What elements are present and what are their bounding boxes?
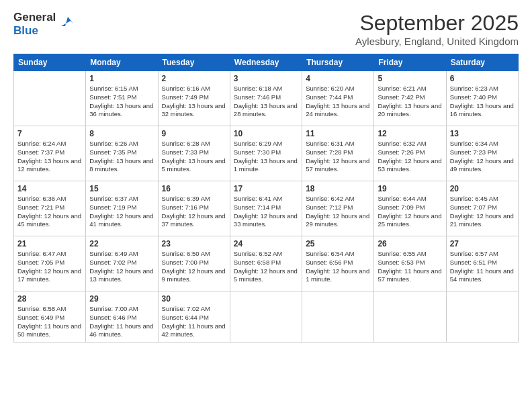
sunrise-text: Sunrise: 6:41 AM [234,195,282,202]
day-info: Sunrise: 6:58 AMSunset: 6:49 PMDaylight:… [17,305,82,339]
sunset-text: Sunset: 7:44 PM [306,93,353,101]
day-number: 21 [17,239,82,248]
sunrise-text: Sunrise: 6:26 AM [89,140,138,147]
daylight-text: Daylight: 13 hours and 16 minutes. [450,102,514,118]
calendar-cell: 14Sunrise: 6:36 AMSunset: 7:21 PMDayligh… [14,181,86,236]
daylight-text: Daylight: 12 hours and 29 minutes. [306,212,369,228]
sunset-text: Sunset: 6:53 PM [378,259,425,266]
day-info: Sunrise: 6:37 AMSunset: 7:19 PMDaylight:… [89,195,154,229]
day-info: Sunrise: 6:49 AMSunset: 7:02 PMDaylight:… [89,250,154,284]
day-info: Sunrise: 6:54 AMSunset: 6:56 PMDaylight:… [306,250,370,284]
day-info: Sunrise: 6:29 AMSunset: 7:30 PMDaylight:… [234,140,298,174]
calendar-cell: 18Sunrise: 6:42 AMSunset: 7:12 PMDayligh… [302,181,374,236]
sunrise-text: Sunrise: 6:31 AM [306,140,354,147]
day-number: 2 [162,74,226,83]
day-info: Sunrise: 6:18 AMSunset: 7:46 PMDaylight:… [234,85,298,119]
daylight-text: Daylight: 12 hours and 57 minutes. [306,157,369,173]
sunrise-text: Sunrise: 6:21 AM [378,85,426,92]
sunset-text: Sunset: 7:21 PM [17,203,64,211]
daylight-text: Daylight: 12 hours and 45 minutes. [17,212,81,228]
calendar-cell: 29Sunrise: 7:00 AMSunset: 6:46 PMDayligh… [86,291,158,342]
calendar-cell: 17Sunrise: 6:41 AMSunset: 7:14 PMDayligh… [230,181,302,236]
calendar-week-3: 14Sunrise: 6:36 AMSunset: 7:21 PMDayligh… [14,181,519,236]
day-number: 18 [306,184,370,193]
sunset-text: Sunset: 6:58 PM [234,259,281,266]
day-info: Sunrise: 6:50 AMSunset: 7:00 PMDaylight:… [162,250,226,284]
sunset-text: Sunset: 7:23 PM [450,148,497,156]
daylight-text: Daylight: 12 hours and 9 minutes. [162,267,226,283]
day-info: Sunrise: 6:32 AMSunset: 7:26 PMDaylight:… [378,140,442,174]
calendar-cell: 10Sunrise: 6:29 AMSunset: 7:30 PMDayligh… [230,126,302,181]
day-info: Sunrise: 6:52 AMSunset: 6:58 PMDaylight:… [234,250,298,284]
calendar-cell: 16Sunrise: 6:39 AMSunset: 7:16 PMDayligh… [158,181,230,236]
sunset-text: Sunset: 7:37 PM [17,148,64,156]
day-number: 24 [234,239,298,248]
sunset-text: Sunset: 7:30 PM [234,148,281,156]
day-number: 30 [162,294,226,304]
sunrise-text: Sunrise: 6:49 AM [89,250,138,257]
calendar-cell: 9Sunrise: 6:28 AMSunset: 7:33 PMDaylight… [158,126,230,181]
daylight-text: Daylight: 12 hours and 33 minutes. [234,212,298,228]
calendar-cell: 11Sunrise: 6:31 AMSunset: 7:28 PMDayligh… [302,126,374,181]
col-saturday: Saturday [446,54,518,71]
sunrise-text: Sunrise: 6:18 AM [234,85,282,92]
calendar-table: Sunday Monday Tuesday Wednesday Thursday… [13,54,519,342]
daylight-text: Daylight: 11 hours and 46 minutes. [89,322,153,338]
sunset-text: Sunset: 7:42 PM [378,93,425,101]
day-number: 25 [306,239,370,248]
day-number: 9 [162,129,226,138]
day-info: Sunrise: 6:23 AMSunset: 7:40 PMDaylight:… [450,85,515,119]
sunrise-text: Sunrise: 6:47 AM [17,250,66,257]
sunset-text: Sunset: 7:49 PM [162,93,209,101]
day-number: 29 [89,294,154,304]
calendar-cell: 22Sunrise: 6:49 AMSunset: 7:02 PMDayligh… [86,236,158,291]
sunset-text: Sunset: 6:49 PM [17,314,64,321]
daylight-text: Daylight: 12 hours and 21 minutes. [450,212,514,228]
col-tuesday: Tuesday [158,54,230,71]
logo-icon [58,14,73,29]
calendar-cell: 3Sunrise: 6:18 AMSunset: 7:46 PMDaylight… [230,71,302,126]
sunset-text: Sunset: 7:35 PM [89,148,136,156]
calendar-week-4: 21Sunrise: 6:47 AMSunset: 7:05 PMDayligh… [14,236,519,291]
calendar-cell: 25Sunrise: 6:54 AMSunset: 6:56 PMDayligh… [302,236,374,291]
day-info: Sunrise: 6:34 AMSunset: 7:23 PMDaylight:… [450,140,515,174]
sunset-text: Sunset: 7:19 PM [89,203,136,211]
day-info: Sunrise: 6:39 AMSunset: 7:16 PMDaylight:… [162,195,226,229]
calendar-cell [446,291,518,342]
col-monday: Monday [86,54,158,71]
col-sunday: Sunday [14,54,86,71]
daylight-text: Daylight: 12 hours and 37 minutes. [162,212,226,228]
day-number: 27 [450,239,515,248]
page: General Blue September 2025 Aylesbury, E… [0,0,532,411]
sunrise-text: Sunrise: 6:58 AM [17,305,66,312]
day-number: 11 [306,129,370,138]
day-number: 15 [89,184,154,193]
day-number: 20 [450,184,515,193]
col-thursday: Thursday [302,54,374,71]
day-info: Sunrise: 6:28 AMSunset: 7:33 PMDaylight:… [162,140,226,174]
day-number: 4 [306,74,370,83]
sunrise-text: Sunrise: 6:52 AM [234,250,282,257]
month-title: September 2025 [355,11,519,36]
day-number: 22 [89,239,154,248]
sunset-text: Sunset: 7:05 PM [17,259,64,266]
daylight-text: Daylight: 12 hours and 1 minute. [306,267,369,283]
sunrise-text: Sunrise: 6:23 AM [450,85,498,92]
day-info: Sunrise: 6:42 AMSunset: 7:12 PMDaylight:… [306,195,370,229]
calendar-cell: 21Sunrise: 6:47 AMSunset: 7:05 PMDayligh… [14,236,86,291]
calendar-cell [302,291,374,342]
calendar-cell: 20Sunrise: 6:45 AMSunset: 7:07 PMDayligh… [446,181,518,236]
day-number: 10 [234,129,298,138]
sunset-text: Sunset: 7:16 PM [162,203,209,211]
day-number: 19 [378,184,442,193]
col-friday: Friday [374,54,446,71]
daylight-text: Daylight: 13 hours and 28 minutes. [234,102,298,118]
sunrise-text: Sunrise: 6:32 AM [378,140,426,147]
sunset-text: Sunset: 7:14 PM [234,203,281,211]
day-info: Sunrise: 6:15 AMSunset: 7:51 PMDaylight:… [89,85,154,119]
day-number: 28 [17,294,82,304]
sunrise-text: Sunrise: 6:54 AM [306,250,354,257]
daylight-text: Daylight: 12 hours and 41 minutes. [89,212,153,228]
sunset-text: Sunset: 7:02 PM [89,259,136,266]
title-block: September 2025 Aylesbury, England, Unite… [355,11,519,47]
